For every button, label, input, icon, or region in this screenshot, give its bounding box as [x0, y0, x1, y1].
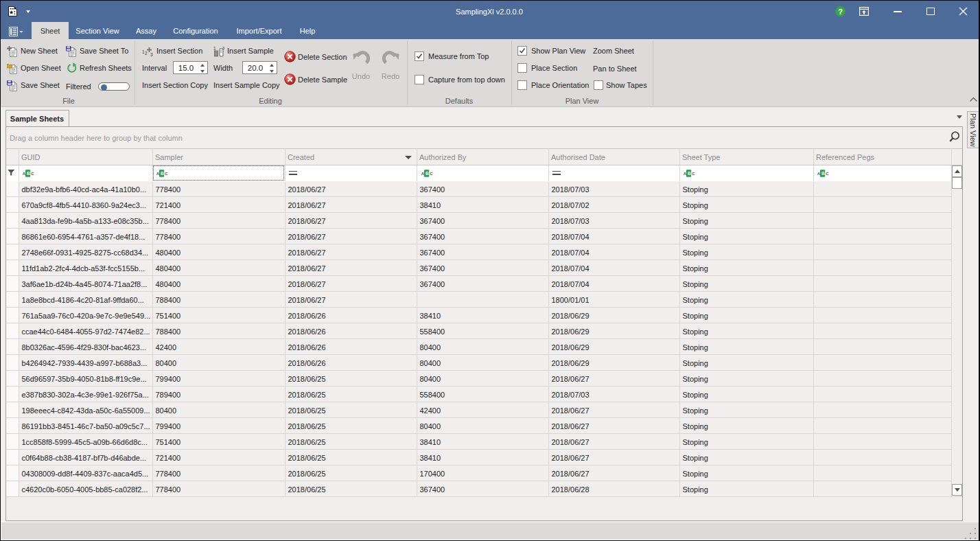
- svg-text:B: B: [27, 170, 30, 175]
- svg-text:2: 2: [145, 51, 148, 56]
- svg-text:B: B: [425, 170, 429, 175]
- svg-text:C: C: [826, 171, 829, 175]
- svg-text:C: C: [31, 171, 34, 175]
- svg-text:C: C: [692, 171, 695, 175]
- svg-text:B: B: [821, 170, 825, 175]
- svg-text:B: B: [688, 170, 691, 175]
- svg-text:3: 3: [222, 46, 224, 50]
- svg-text:1: 1: [213, 46, 216, 51]
- svg-text:C: C: [430, 171, 433, 175]
- svg-text:3: 3: [150, 51, 153, 56]
